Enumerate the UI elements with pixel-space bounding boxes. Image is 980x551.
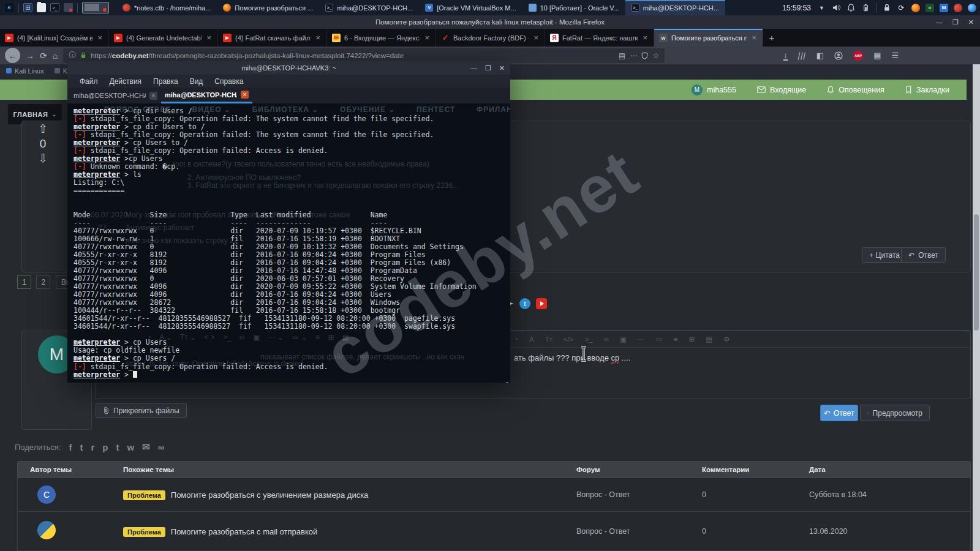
tab-close-icon[interactable]: × xyxy=(750,33,758,42)
editor-tool-icon[interactable]: </> xyxy=(564,335,574,343)
editor-tool-icon[interactable]: ▤ xyxy=(706,335,712,343)
browser-tab[interactable]: ✉6 - Входящие — Яндекс.× xyxy=(327,29,436,47)
update-icon[interactable]: ⟳ xyxy=(897,3,906,12)
pinterest-icon[interactable]: p xyxy=(102,442,108,452)
editor-tool-icon[interactable]: ∞ xyxy=(604,335,609,343)
battery-icon[interactable] xyxy=(861,3,870,12)
reader-mode-icon[interactable]: ▤ xyxy=(619,51,625,60)
account-icon[interactable] xyxy=(834,51,843,60)
upvote-icon[interactable]: ⇧ xyxy=(31,122,55,136)
messenger-tray-icon[interactable]: M xyxy=(940,4,948,12)
taskbar-window[interactable]: Помогите разобраться ... xyxy=(217,0,319,15)
shield-icon[interactable] xyxy=(641,52,648,59)
terminal-tab[interactable]: miha@DESKTOP-HCHAVK3: ~× xyxy=(70,88,161,103)
cell-forum[interactable]: Вопрос - Ответ xyxy=(576,490,702,499)
email-icon[interactable]: ✉ xyxy=(142,441,150,452)
youtube-icon[interactable] xyxy=(536,298,547,309)
lock-icon[interactable] xyxy=(882,3,891,12)
inbox-link[interactable]: Входящие xyxy=(757,86,806,94)
tab-close-icon[interactable]: × xyxy=(532,33,540,42)
new-tab-button[interactable]: + xyxy=(763,29,780,47)
terminal-output-area[interactable]: meterpreter > cp dir Users /[-] stdapi_f… xyxy=(67,103,510,383)
menu-actions[interactable]: Действия xyxy=(110,77,142,86)
taskbar-window[interactable]: >_miha@DESKTOP-HCH... xyxy=(625,0,725,15)
browser-tab[interactable]: ▶(4) FatRat скачать файлы× xyxy=(218,29,327,47)
thread-title-link[interactable]: Помогите разобраться с mail отправкой xyxy=(171,527,317,536)
close-icon[interactable]: ✕ xyxy=(499,64,505,72)
screenshot-icon[interactable]: ▦ xyxy=(873,51,881,60)
scrollbar-thumb[interactable] xyxy=(974,214,979,331)
taskbar-window[interactable]: V[Oracle VM VirtualBox M... xyxy=(419,0,522,15)
editor-tool-icon[interactable]: ⊞ xyxy=(688,335,695,343)
taskbar-window[interactable]: 10 [Работает] - Oracle V... xyxy=(522,0,625,15)
tab-close-icon[interactable]: × xyxy=(423,33,431,42)
browser-tab[interactable]: ▶(4) [KaliLinux] Создаём в× xyxy=(0,29,109,47)
post-reply-button[interactable]: ↶ Ответ xyxy=(901,247,946,263)
downloads-icon[interactable]: ↓ xyxy=(783,50,788,61)
twitter-icon[interactable]: t xyxy=(80,442,83,452)
cell-forum[interactable]: Вопрос - Ответ xyxy=(576,527,702,536)
editor-tool-icon[interactable]: ⋯ xyxy=(638,335,645,343)
terminal-launcher-icon[interactable]: >_ xyxy=(50,3,59,12)
twitter-icon[interactable]: t xyxy=(519,298,530,309)
editor-tool-icon[interactable]: A xyxy=(529,335,534,343)
close-icon[interactable]: × xyxy=(149,92,157,100)
bookmark-item[interactable]: Kali Linux xyxy=(6,67,44,75)
terminal-titlebar[interactable]: miha@DESKTOP-HCHAVK3: ~ — ❐ ✕ xyxy=(67,61,510,75)
browser-tray-icon[interactable] xyxy=(968,4,976,12)
menu-edit[interactable]: Правка xyxy=(153,77,178,86)
adblock-icon[interactable]: ABP xyxy=(853,51,863,61)
link-icon[interactable]: ∞ xyxy=(158,442,165,452)
page-2-button[interactable]: 2 xyxy=(36,276,50,289)
taskbar-window[interactable]: >_miha@DESKTOP-HCH... xyxy=(319,0,419,15)
quote-button[interactable]: + Цитата xyxy=(862,247,907,263)
bookmark-star-icon[interactable]: ☆ xyxy=(652,51,659,60)
tumblr-icon[interactable]: t xyxy=(116,442,119,452)
tab-close-icon[interactable]: × xyxy=(641,33,649,42)
preview-button[interactable]: Предпросмотр xyxy=(860,405,930,421)
avatar[interactable] xyxy=(37,521,56,539)
menu-view[interactable]: Вид xyxy=(190,77,203,86)
menu-icon[interactable]: ☰ xyxy=(891,51,899,60)
editor-tool-icon[interactable]: Tт xyxy=(545,335,552,343)
whatsapp-icon[interactable]: w xyxy=(127,442,134,452)
files-icon[interactable] xyxy=(37,3,46,12)
page-actions-icon[interactable]: ⋯ xyxy=(630,51,637,60)
cherrytree-tray-icon[interactable] xyxy=(954,4,962,12)
attach-files-button[interactable]: Прикрепить файлы xyxy=(96,403,187,418)
table-row[interactable]: CПроблемаПомогите разобраться с увеличен… xyxy=(17,478,971,512)
editor-tool-icon[interactable]: ≔ xyxy=(655,335,663,343)
workspace-switcher-icon[interactable] xyxy=(23,3,32,12)
media-app-icon[interactable] xyxy=(64,3,73,12)
taskbar-window[interactable]: *notes.ctb - /home/miha... xyxy=(116,0,217,15)
reload-button[interactable]: ⟳ xyxy=(40,51,47,61)
browser-tab[interactable]: ▶(4) Generate Undetectabl× xyxy=(109,29,218,47)
user-menu[interactable]: M miha555 xyxy=(692,84,736,96)
menu-help[interactable]: Справка xyxy=(214,77,243,86)
notifications-icon[interactable] xyxy=(846,3,856,12)
tab-close-icon[interactable]: × xyxy=(205,33,213,42)
maximize-icon[interactable]: ❐ xyxy=(952,18,959,26)
facebook-icon[interactable]: f xyxy=(69,442,72,452)
bookmarks-link[interactable]: Закладки xyxy=(905,86,949,94)
browser-tab[interactable]: ✓Backdoor Factory (BDF) -× xyxy=(436,29,545,47)
browser-tab[interactable]: ЯFatRat — Яндекс: нашло× xyxy=(545,29,654,47)
browser-scrollbar[interactable] xyxy=(973,64,980,551)
editor-tool-icon[interactable]: ⚙ xyxy=(723,335,729,343)
maximize-icon[interactable]: ❐ xyxy=(485,64,491,72)
library-icon[interactable]: ||| xyxy=(797,51,807,60)
avatar[interactable]: C xyxy=(37,485,56,504)
reply-text[interactable]: ать файлы ??? при вводе cp .... xyxy=(514,353,630,362)
tab-close-icon[interactable]: × xyxy=(314,33,322,42)
browser-tab-active[interactable]: wПомогите разобраться п× xyxy=(654,29,763,47)
minimize-icon[interactable]: — xyxy=(470,64,477,72)
url-bar[interactable]: ⓘ https://codeby.net/threads/pomogite-ra… xyxy=(63,48,665,63)
sidebar-icon[interactable]: ◧ xyxy=(816,51,824,60)
terminal-window[interactable]: miha@DESKTOP-HCHAVK3: ~ — ❐ ✕ Файл Дейст… xyxy=(67,61,510,383)
editor-tool-icon[interactable]: ▣ xyxy=(620,335,627,343)
site-info-icon[interactable]: ⓘ xyxy=(69,50,76,61)
alerts-link[interactable]: Оповещения xyxy=(827,86,884,94)
tab-close-icon[interactable]: × xyxy=(96,33,104,42)
volume-icon[interactable] xyxy=(832,3,841,12)
close-icon[interactable]: × xyxy=(241,91,249,99)
